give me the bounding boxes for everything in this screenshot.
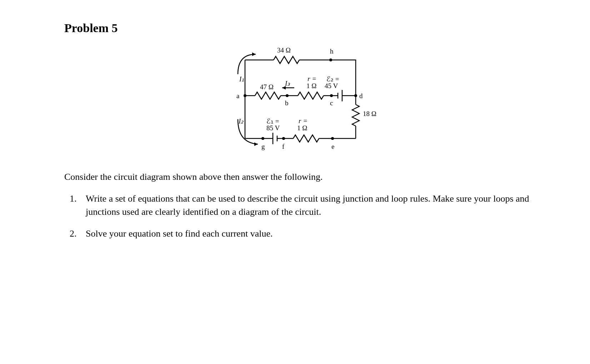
circuit-svg (231, 46, 374, 156)
label-r-ab: 47 Ω (260, 83, 274, 91)
label-i1: I₁ (239, 75, 244, 83)
list-item: 2. Solve your equation set to find each … (86, 227, 540, 240)
circuit-diagram: 34 Ω h I₁ 47 Ω I₃ r = 1 Ω ℰ₂ = 45 V a b … (231, 46, 374, 156)
node-c: c (330, 99, 333, 107)
label-r-bc-val: 1 Ω (306, 82, 316, 90)
question-text: Write a set of equations that can be use… (86, 193, 529, 217)
label-r-fe-val: 1 Ω (297, 124, 307, 132)
page: Problem 5 (0, 0, 590, 364)
label-r-fe-r: r = (299, 117, 308, 125)
node-g: g (261, 143, 265, 151)
question-text: Solve your equation set to find each cur… (86, 228, 272, 239)
item-number: 2. (70, 227, 77, 240)
label-e2-val: 45 V (325, 82, 338, 90)
label-r-de: 18 Ω (363, 110, 376, 118)
node-d: d (359, 92, 363, 100)
question-list: 1. Write a set of equations that can be … (64, 192, 540, 240)
list-item: 1. Write a set of equations that can be … (86, 192, 540, 218)
svg-marker-1 (252, 52, 256, 56)
label-e1-val: 85 V (266, 124, 280, 132)
node-e: e (331, 143, 334, 151)
node-a: a (236, 92, 239, 100)
node-h: h (330, 47, 334, 55)
label-r-top: 34 Ω (277, 46, 291, 54)
label-i2: I₂ (239, 117, 244, 125)
intro-text: Consider the circuit diagram shown above… (64, 171, 540, 183)
node-b: b (285, 99, 289, 107)
label-i3: I₃ (285, 79, 290, 87)
svg-marker-11 (254, 142, 258, 146)
label-r-bc-r: r = (308, 75, 316, 83)
problem-heading: Problem 5 (64, 21, 540, 35)
figure-container: 34 Ω h I₁ 47 Ω I₃ r = 1 Ω ℰ₂ = 45 V a b … (64, 46, 540, 156)
item-number: 1. (70, 192, 77, 205)
node-f: f (282, 143, 284, 151)
